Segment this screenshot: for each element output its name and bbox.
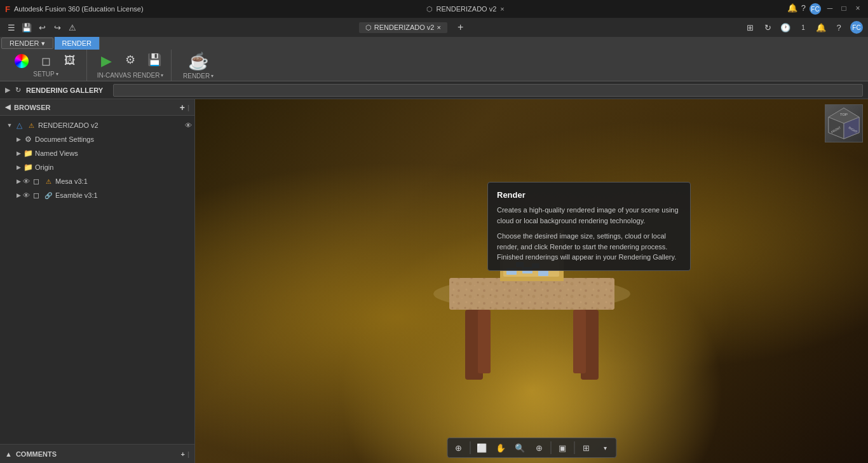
minimize-button[interactable]: ─: [825, 3, 835, 13]
tree-item-esamble[interactable]: ▶ 👁 ◻ 🔗 Esamble v3:1: [0, 188, 194, 202]
close-tab-icon[interactable]: ×: [500, 5, 504, 13]
origin-label: Origin: [35, 163, 192, 171]
viewport-btn-2[interactable]: ⬜: [473, 440, 491, 455]
root-arrow[interactable]: ▼: [5, 122, 14, 128]
refresh-icon[interactable]: ↻: [761, 21, 774, 34]
redo-icon[interactable]: ↪: [51, 21, 64, 34]
ribbon-group-setup: ◻ 🖼 SETUP ▾: [5, 50, 87, 81]
app-menu-icon[interactable]: ☰: [5, 21, 18, 34]
viewport-btn-4[interactable]: 🔍: [511, 440, 529, 455]
viewport-btn-5[interactable]: ⊕: [530, 440, 548, 455]
maximize-button[interactable]: □: [839, 3, 849, 13]
nav-cube[interactable]: TOP FRONT RIGHT: [825, 104, 863, 142]
gallery-bar: ▶ ↻ RENDERING GALLERY: [0, 81, 868, 99]
quick-icons: ☰ 💾 ↩ ↪ ⚠: [5, 21, 79, 34]
browser-plus-icon[interactable]: +: [180, 102, 185, 113]
save-render-icon: 💾: [147, 53, 161, 67]
svg-rect-12: [573, 310, 586, 373]
browser-pipe: |: [187, 104, 189, 111]
doc-tab-close[interactable]: ×: [437, 24, 440, 31]
origin-arrow[interactable]: ▶: [14, 164, 23, 170]
eye-icon-root[interactable]: 👁: [185, 121, 192, 129]
warning-icon[interactable]: ⚠: [66, 21, 79, 34]
nav-cube-face: TOP FRONT RIGHT: [825, 104, 863, 142]
undo-icon[interactable]: ↩: [36, 21, 48, 34]
svg-rect-2: [449, 278, 614, 310]
help-btn[interactable]: ?: [832, 21, 845, 34]
browser-title: BROWSER: [14, 104, 50, 111]
warning-badge: ⚠: [26, 120, 36, 130]
viewport-btn-arrow[interactable]: ▾: [596, 440, 614, 455]
viewport[interactable]: Render Creates a high-quality rendered i…: [195, 99, 868, 463]
doc-icon: ⬡: [426, 5, 433, 13]
named-views-arrow[interactable]: ▶: [14, 150, 23, 156]
viewport-btn-6[interactable]: ▣: [553, 440, 571, 455]
in-canvas-arrow: ▾: [161, 73, 163, 78]
appearance-btn[interactable]: ◻: [34, 53, 57, 69]
tree-item-origin[interactable]: ▶ 📁 Origin: [0, 160, 194, 174]
save-icon[interactable]: 💾: [20, 21, 33, 34]
new-tab-icon[interactable]: +: [458, 22, 463, 33]
comments-plus-icon[interactable]: +: [180, 450, 184, 458]
notification-icon[interactable]: 🔔: [787, 3, 797, 15]
eye-icon-mesa[interactable]: 👁: [23, 177, 30, 185]
tree-item-mesa[interactable]: ▶ 👁 ◻ ⚠ Mesa v3:1: [0, 174, 194, 188]
tab-render[interactable]: RENDER: [55, 37, 100, 50]
root-icon: △: [14, 120, 24, 130]
render-settings-btn[interactable]: ⚙: [119, 52, 142, 71]
viewport-content: [195, 99, 868, 463]
help-icon[interactable]: ?: [801, 3, 806, 15]
color-wheel-icon: [15, 54, 29, 68]
left-panel: ◀ BROWSER + | ▼ △ ⚠ RENDERIZADO v2 👁 ▶: [0, 99, 195, 463]
color-wheel-btn[interactable]: [10, 53, 33, 69]
named-views-icon: 📁: [23, 148, 33, 158]
setup-arrow: ▾: [56, 71, 58, 77]
scene-btn[interactable]: 🖼: [58, 53, 81, 69]
warning-mesa: ⚠: [43, 176, 53, 186]
grid-icon[interactable]: ⊞: [743, 21, 756, 34]
start-render-btn[interactable]: ▶: [95, 52, 118, 71]
comments-pipe: |: [187, 450, 189, 458]
save-render-btn[interactable]: 💾: [143, 52, 166, 71]
bell-icon[interactable]: 🔔: [815, 21, 827, 34]
setup-buttons: ◻ 🖼: [10, 53, 81, 69]
tree-item-doc-settings[interactable]: ▶ ⚙ Document Settings: [0, 132, 194, 146]
render-btn[interactable]: ☕ RENDER ▾: [179, 50, 217, 81]
clock-icon[interactable]: 🕐: [779, 21, 792, 34]
mesa-label: Mesa v3:1: [55, 177, 192, 185]
user-icon[interactable]: FC: [850, 21, 863, 34]
tree-item-root[interactable]: ▼ △ ⚠ RENDERIZADO v2 👁: [0, 118, 194, 132]
browser-collapse-icon[interactable]: ◀: [5, 103, 10, 111]
comments-right: + |: [180, 450, 189, 458]
tooltip-line1: Creates a high-quality rendered image of…: [497, 205, 681, 226]
doc-settings-arrow[interactable]: ▶: [14, 136, 23, 142]
doc-tab[interactable]: ⬡ RENDERIZADO v2 ×: [359, 22, 447, 33]
notification-count[interactable]: 1: [797, 21, 810, 34]
setup-label: SETUP ▾: [33, 71, 58, 78]
toolbar-right-icons: ⊞ ↻ 🕐 1 🔔 ? FC: [743, 21, 863, 34]
play-icon: ▶: [101, 53, 112, 69]
ribbon-group-render: ☕ RENDER ▾: [174, 50, 222, 81]
doc-settings-icon: ⚙: [23, 134, 33, 144]
mesa-icon: ◻: [31, 176, 41, 186]
app-title: Autodesk Fusion 360 (Education License): [14, 5, 144, 13]
user-avatar[interactable]: FC: [810, 3, 821, 15]
viewport-btn-1[interactable]: ⊕: [449, 440, 467, 455]
app-logo: F: [5, 4, 10, 14]
titlebar-center: ⬡ RENDERIZADO v2 ×: [144, 5, 787, 13]
viewport-btn-3[interactable]: ✋: [492, 440, 510, 455]
gallery-chevron[interactable]: ▶: [5, 86, 10, 94]
tree-item-named-views[interactable]: ▶ 📁 Named Views: [0, 146, 194, 160]
comments-collapse-icon[interactable]: ▲: [5, 450, 12, 458]
vp-divider-1: [470, 441, 470, 454]
comments-section[interactable]: ▲ COMMENTS + |: [0, 444, 194, 463]
render-dropdown[interactable]: RENDER ▾: [1, 38, 53, 49]
mesa-arrow[interactable]: ▶: [14, 178, 23, 184]
gallery-input[interactable]: [113, 84, 863, 97]
viewport-btn-7[interactable]: ⊞: [577, 440, 595, 455]
eye-icon-esamble[interactable]: 👁: [23, 191, 30, 199]
close-button[interactable]: ×: [853, 3, 863, 13]
vp-divider-3: [574, 441, 574, 454]
vp-divider-2: [550, 441, 551, 454]
esamble-arrow[interactable]: ▶: [14, 192, 23, 198]
